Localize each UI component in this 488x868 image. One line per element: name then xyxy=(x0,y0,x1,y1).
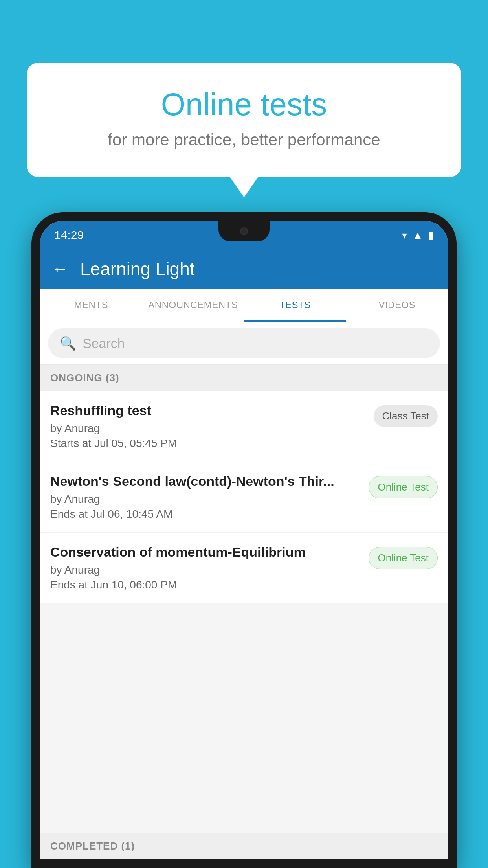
tab-tests[interactable]: TESTS xyxy=(244,289,346,322)
phone-screen: 14:29 ▾ ▲ ▮ ← Learning Light MENTS ANNOU… xyxy=(40,221,448,859)
search-container: 🔍 Search xyxy=(40,322,448,365)
test-item-3[interactable]: Conservation of momentum-Equilibrium by … xyxy=(40,533,448,603)
phone-frame: 14:29 ▾ ▲ ▮ ← Learning Light MENTS ANNOU… xyxy=(31,212,457,868)
test-name-3: Conservation of momentum-Equilibrium xyxy=(50,544,361,560)
bubble-subtitle: for more practice, better performance xyxy=(58,131,430,149)
test-name-1: Reshuffling test xyxy=(50,403,366,418)
camera-dot xyxy=(240,227,248,235)
search-icon: 🔍 xyxy=(60,335,76,351)
tab-announcements[interactable]: ANNOUNCEMENTS xyxy=(142,289,244,322)
completed-label: COMPLETED (1) xyxy=(50,840,135,852)
test-author-1: by Anurag xyxy=(50,422,366,435)
ongoing-section-header: ONGOING (3) xyxy=(40,365,448,391)
test-info-3: Conservation of momentum-Equilibrium by … xyxy=(50,544,369,591)
test-info-2: Newton's Second law(contd)-Newton's Thir… xyxy=(50,474,369,520)
test-info-1: Reshuffling test by Anurag Starts at Jul… xyxy=(50,403,374,450)
ongoing-label: ONGOING (3) xyxy=(50,372,119,384)
test-time-1: Starts at Jul 05, 05:45 PM xyxy=(50,437,366,450)
test-time-2: Ends at Jul 06, 10:45 AM xyxy=(50,508,361,520)
tabs-bar: MENTS ANNOUNCEMENTS TESTS VIDEOS xyxy=(40,289,448,322)
notch xyxy=(218,221,270,241)
wifi-icon: ▾ xyxy=(402,229,407,241)
status-icons: ▾ ▲ ▮ xyxy=(402,229,434,241)
test-author-2: by Anurag xyxy=(50,493,361,506)
speech-bubble-container: Online tests for more practice, better p… xyxy=(27,63,461,177)
test-author-3: by Anurag xyxy=(50,564,361,576)
speech-bubble: Online tests for more practice, better p… xyxy=(27,63,461,177)
back-button[interactable]: ← xyxy=(52,259,68,278)
bubble-title: Online tests xyxy=(58,86,430,123)
battery-icon: ▮ xyxy=(428,229,434,241)
test-item-1[interactable]: Reshuffling test by Anurag Starts at Jul… xyxy=(40,391,448,462)
signal-icon: ▲ xyxy=(413,229,423,241)
test-badge-1: Class Test xyxy=(374,405,438,427)
completed-section-header: COMPLETED (1) xyxy=(40,833,448,859)
test-badge-3: Online Test xyxy=(369,547,438,569)
test-badge-2: Online Test xyxy=(369,476,438,498)
test-list: Reshuffling test by Anurag Starts at Jul… xyxy=(40,391,448,603)
status-time: 14:29 xyxy=(54,228,84,242)
status-bar: 14:29 ▾ ▲ ▮ xyxy=(40,221,448,249)
app-header: ← Learning Light xyxy=(40,249,448,289)
tab-ments[interactable]: MENTS xyxy=(40,289,142,322)
test-item-2[interactable]: Newton's Second law(contd)-Newton's Thir… xyxy=(40,462,448,533)
test-time-3: Ends at Jun 10, 06:00 PM xyxy=(50,579,361,591)
search-input-wrapper[interactable]: 🔍 Search xyxy=(48,328,440,358)
tab-videos[interactable]: VIDEOS xyxy=(346,289,448,322)
test-name-2: Newton's Second law(contd)-Newton's Thir… xyxy=(50,474,361,489)
search-input[interactable]: Search xyxy=(83,336,125,351)
app-title: Learning Light xyxy=(80,258,195,280)
